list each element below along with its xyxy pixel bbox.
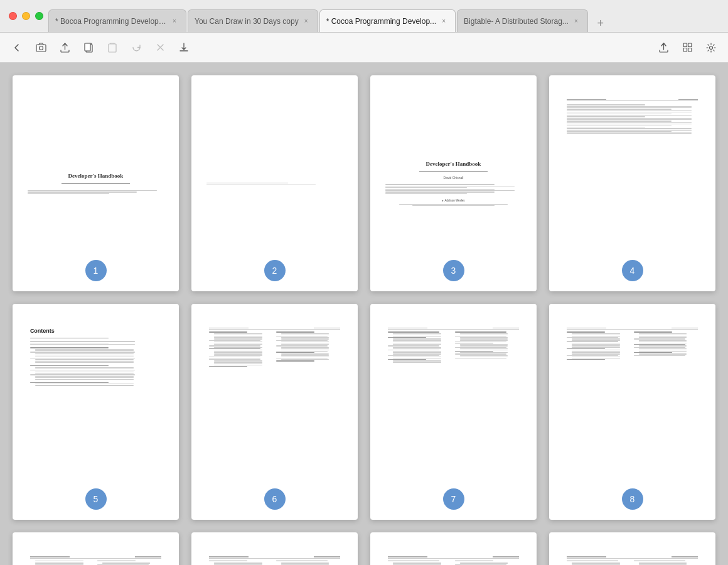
page-12[interactable]: 12 bbox=[549, 532, 715, 565]
page-4-badge: 4 bbox=[622, 260, 643, 281]
download-icon[interactable] bbox=[174, 38, 193, 57]
close-button[interactable] bbox=[9, 12, 17, 20]
page-5-toc-title: Contents bbox=[30, 328, 161, 334]
page-5[interactable]: Contents bbox=[13, 304, 179, 520]
page-1-divider bbox=[62, 183, 130, 184]
grid-view-icon[interactable] bbox=[678, 38, 697, 57]
page-8[interactable]: 8 bbox=[549, 304, 715, 520]
page-2[interactable]: 2 bbox=[191, 75, 358, 291]
svg-rect-8 bbox=[688, 48, 692, 52]
tab-2-title: You Can Draw in 30 Days copy bbox=[195, 17, 299, 26]
page-2-badge: 2 bbox=[264, 260, 286, 281]
page-6[interactable]: 6 bbox=[191, 304, 358, 520]
share-icon[interactable] bbox=[654, 38, 673, 57]
tab-2-close[interactable]: × bbox=[301, 16, 311, 26]
svg-rect-5 bbox=[683, 43, 687, 47]
tab-1-close[interactable]: × bbox=[169, 16, 179, 26]
tab-1-title: * Bocoa Programming Develope... bbox=[55, 17, 167, 26]
page-6-badge: 6 bbox=[264, 488, 286, 510]
traffic-lights bbox=[9, 12, 43, 20]
toolbar-right bbox=[654, 38, 720, 57]
tab-3-close[interactable]: × bbox=[439, 16, 449, 26]
tab-2[interactable]: You Can Draw in 30 Days copy × bbox=[188, 9, 318, 32]
svg-point-1 bbox=[39, 46, 43, 50]
tab-4-close[interactable]: × bbox=[571, 16, 581, 26]
maximize-button[interactable] bbox=[35, 12, 43, 20]
toolbar bbox=[0, 33, 728, 63]
svg-rect-6 bbox=[688, 43, 692, 47]
page-3-author: David Chisnall bbox=[444, 176, 464, 180]
page-7[interactable]: 7 bbox=[370, 304, 537, 520]
titlebar: * Bocoa Programming Develope... × You Ca… bbox=[0, 0, 728, 33]
page-8-badge: 8 bbox=[622, 488, 643, 510]
new-tab-button[interactable]: + bbox=[592, 14, 609, 32]
svg-rect-4 bbox=[109, 44, 116, 52]
page-10[interactable]: 10 bbox=[191, 532, 358, 565]
page-4[interactable]: 4 bbox=[549, 75, 715, 291]
tab-1[interactable]: * Bocoa Programming Develope... × bbox=[48, 9, 186, 32]
tab-4-title: Bigtable- A Distributed Storag... bbox=[464, 17, 569, 26]
page-3-publisher: ⬧ Addison Wesley bbox=[442, 199, 464, 202]
page-5-badge: 5 bbox=[85, 488, 107, 510]
page-3-divider bbox=[419, 171, 488, 172]
page-7-badge: 7 bbox=[443, 488, 464, 510]
tab-3-title: * Cocoa Programming Develop... bbox=[326, 17, 436, 26]
page-3-title: Developer's Handbook bbox=[426, 161, 481, 167]
tab-4[interactable]: Bigtable- A Distributed Storag... × bbox=[457, 9, 588, 32]
minimize-button[interactable] bbox=[22, 12, 30, 20]
x-icon[interactable] bbox=[151, 38, 169, 57]
page-3[interactable]: Developer's Handbook David Chisnall ⬧ Ad… bbox=[370, 75, 537, 291]
page-3-badge: 3 bbox=[443, 260, 464, 281]
back-button[interactable] bbox=[8, 38, 26, 57]
page-11[interactable]: 11 bbox=[370, 532, 537, 565]
paste-icon[interactable] bbox=[103, 38, 122, 57]
svg-rect-7 bbox=[683, 48, 687, 52]
svg-point-9 bbox=[710, 46, 713, 49]
page-9[interactable]: 9 bbox=[13, 532, 179, 565]
page-1-title: Developer's Handbook bbox=[68, 173, 124, 179]
copy-icon[interactable] bbox=[79, 38, 98, 57]
refresh-icon[interactable] bbox=[127, 38, 146, 57]
svg-rect-3 bbox=[85, 43, 90, 51]
tab-3[interactable]: * Cocoa Programming Develop... × bbox=[319, 9, 456, 32]
upload-icon[interactable] bbox=[55, 38, 74, 57]
settings-icon[interactable] bbox=[702, 38, 720, 57]
camera-icon[interactable] bbox=[31, 38, 50, 57]
page-grid: Developer's Handbook 1 2 bbox=[13, 75, 715, 565]
svg-rect-0 bbox=[36, 45, 46, 51]
page-1[interactable]: Developer's Handbook 1 bbox=[13, 75, 179, 291]
main-content: Developer's Handbook 1 2 bbox=[0, 63, 728, 565]
page-1-badge: 1 bbox=[85, 260, 107, 281]
tabs-container: * Bocoa Programming Develope... × You Ca… bbox=[48, 0, 728, 32]
